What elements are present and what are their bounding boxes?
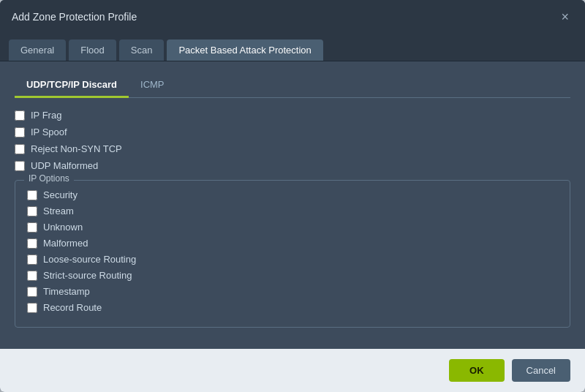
checkbox-malformed: Malformed xyxy=(27,238,558,249)
dialog-body: UDP/TCP/IP Discard ICMP IP Frag IP Spoof… xyxy=(0,61,585,349)
tab-bar: General Flood Scan Packet Based Attack P… xyxy=(0,34,585,61)
subtab-udp[interactable]: UDP/TCP/IP Discard xyxy=(15,73,129,98)
checkbox-ip-frag-label: IP Frag xyxy=(31,110,61,121)
checkbox-unknown-input[interactable] xyxy=(27,222,37,233)
checkbox-loose-source-input[interactable] xyxy=(27,255,37,265)
ip-options-group-label: IP Options xyxy=(24,173,74,184)
dialog-header: Add Zone Protection Profile × xyxy=(0,0,585,34)
checkbox-timestamp-input[interactable] xyxy=(27,287,37,297)
cancel-button[interactable]: Cancel xyxy=(512,359,570,382)
ok-button[interactable]: OK xyxy=(449,359,505,382)
checkbox-strict-source: Strict-source Routing xyxy=(27,270,558,281)
subtab-bar: UDP/TCP/IP Discard ICMP xyxy=(15,73,570,98)
checkbox-ip-spoof-input[interactable] xyxy=(15,127,25,137)
subtab-icmp[interactable]: ICMP xyxy=(129,73,176,98)
checkbox-ip-spoof-label: IP Spoof xyxy=(31,127,67,137)
dialog-footer: OK Cancel xyxy=(0,349,585,392)
checkbox-stream-label: Stream xyxy=(43,206,74,216)
checkbox-strict-source-input[interactable] xyxy=(27,271,37,281)
checkbox-loose-source-label: Loose-source Routing xyxy=(43,254,136,265)
tab-scan[interactable]: Scan xyxy=(119,39,165,61)
checkbox-record-route-input[interactable] xyxy=(27,303,37,313)
checkbox-ip-spoof: IP Spoof xyxy=(15,127,570,137)
checkbox-reject-non-syn-label: Reject Non-SYN TCP xyxy=(31,143,122,154)
checkbox-ip-frag: IP Frag xyxy=(15,110,570,121)
checkbox-reject-non-syn-input[interactable] xyxy=(15,144,25,154)
checkbox-timestamp-label: Timestamp xyxy=(43,286,90,297)
checkbox-record-route-label: Record Route xyxy=(43,302,102,313)
checkbox-udp-malformed-input[interactable] xyxy=(15,161,25,171)
checkbox-unknown: Unknown xyxy=(27,222,558,233)
close-button[interactable]: × xyxy=(556,9,573,25)
checkbox-reject-non-syn: Reject Non-SYN TCP xyxy=(15,143,570,154)
checkbox-security-label: Security xyxy=(43,189,78,200)
checkbox-record-route: Record Route xyxy=(27,302,558,313)
ip-options-group: IP Options Security Stream Unknown Malfo… xyxy=(15,180,570,328)
checkbox-ip-frag-input[interactable] xyxy=(15,110,25,121)
dialog: Add Zone Protection Profile × General Fl… xyxy=(0,0,585,392)
dialog-title: Add Zone Protection Profile xyxy=(12,11,137,23)
checkbox-timestamp: Timestamp xyxy=(27,286,558,297)
checkbox-security: Security xyxy=(27,189,558,200)
tab-general[interactable]: General xyxy=(9,39,66,61)
checkbox-loose-source: Loose-source Routing xyxy=(27,254,558,265)
checkbox-unknown-label: Unknown xyxy=(43,222,83,233)
tab-flood[interactable]: Flood xyxy=(69,39,116,61)
tab-packet[interactable]: Packet Based Attack Protection xyxy=(167,39,322,61)
checkbox-malformed-label: Malformed xyxy=(43,238,88,249)
checkbox-malformed-input[interactable] xyxy=(27,238,37,249)
checkbox-udp-malformed-label: UDP Malformed xyxy=(31,160,98,171)
checkbox-strict-source-label: Strict-source Routing xyxy=(43,270,132,281)
checkbox-udp-malformed: UDP Malformed xyxy=(15,160,570,171)
checkbox-stream: Stream xyxy=(27,206,558,216)
checkbox-stream-input[interactable] xyxy=(27,206,37,216)
checkbox-security-input[interactable] xyxy=(27,190,37,200)
